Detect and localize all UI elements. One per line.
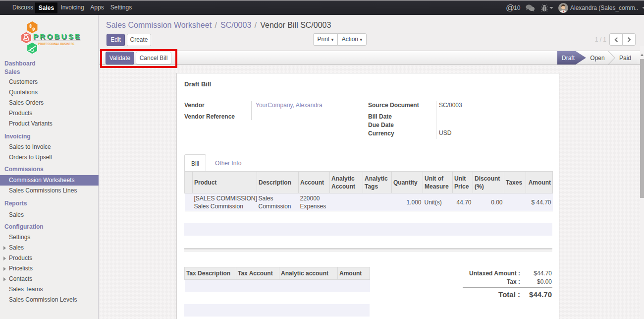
svg-text:Open: Open [590,55,604,62]
svg-text:PROFESSIONAL BUSINESS: PROFESSIONAL BUSINESS [38,42,74,46]
svg-text:PROBUSE: PROBUSE [33,32,80,41]
svg-text:Draft: Draft [562,55,575,62]
svg-text:Paid: Paid [619,55,631,62]
